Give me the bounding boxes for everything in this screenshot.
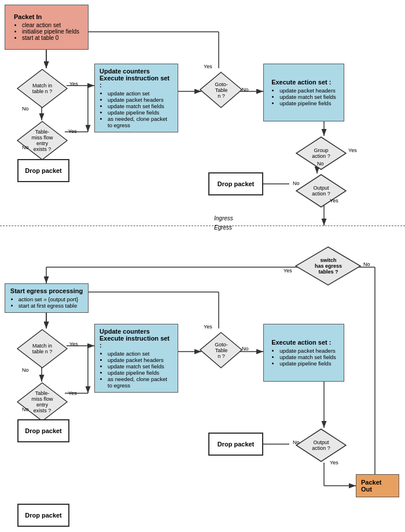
group-action-label-1: Groupaction ? xyxy=(295,136,347,171)
ingress-label: Ingress xyxy=(214,215,233,221)
packet-in-items: clear action set initialise pipeline fie… xyxy=(14,22,79,41)
drop-packet-label-4: Drop packet xyxy=(218,441,255,448)
drop-packet-box-1: Drop packet xyxy=(17,159,69,182)
output-action-diamond-1: Outputaction ? xyxy=(295,173,347,208)
match-table-label-2: Match intable n ? xyxy=(16,328,68,369)
match-table-label-1: Match intable n ? xyxy=(16,68,68,109)
match-yes-label-1: Yes xyxy=(69,81,78,87)
drop-packet-label-1: Drop packet xyxy=(25,167,62,174)
packet-in-item-3: start at table 0 xyxy=(22,35,79,41)
goto-yes-label-1: Yes xyxy=(204,64,212,69)
start-egress-items: action set = {output port} start at firs… xyxy=(10,296,83,309)
switch-yes-label: Yes xyxy=(284,268,292,274)
goto-table-label-1: Goto-Tablen ? xyxy=(200,71,243,109)
update-counters-box-2: Update countersExecute instruction set :… xyxy=(94,324,178,393)
table-miss-label-2: Table-miss flowentryexists ? xyxy=(16,382,68,422)
packet-out-box: Packet Out xyxy=(356,474,399,497)
update-counters-items-2: update action set update packet headers … xyxy=(100,350,173,389)
update-counters-items-1: update action set update packet headers … xyxy=(100,90,173,128)
start-egress-title: Start egress processing xyxy=(10,287,83,294)
drop-packet-box-2: Drop packet xyxy=(208,172,263,195)
drop-packet-label-3: Drop packet xyxy=(25,427,62,434)
table-miss-diamond-2: Table-miss flowentryexists ? xyxy=(16,382,68,422)
match-yes-label-2: Yes xyxy=(69,341,78,347)
group-yes-label-1: Yes xyxy=(348,147,357,153)
packet-in-box: Packet In clear action set initialise pi… xyxy=(5,5,89,50)
update-counters-box-1: Update countersExecute instruction set :… xyxy=(94,64,178,132)
packet-in-item-1: clear action set xyxy=(22,22,79,28)
drop-packet-box-4: Drop packet xyxy=(208,433,263,456)
flowchart-diagram: Packet In clear action set initialise pi… xyxy=(0,0,405,532)
switch-no-label: No xyxy=(363,261,370,267)
match-table-diamond-1: Match intable n ? xyxy=(16,68,68,109)
execute-action-items-1: update packet headers update match set f… xyxy=(271,87,336,106)
drop-packet-box-5: Drop packet xyxy=(17,504,69,527)
ingress-egress-divider xyxy=(0,226,405,226)
drop-packet-box-3: Drop packet xyxy=(17,419,69,442)
execute-action-items-2: update packet headers update match set f… xyxy=(271,348,336,367)
goto-table-label-2: Goto-Tablen ? xyxy=(200,331,243,369)
packet-in-item-2: initialise pipeline fields xyxy=(22,28,79,35)
switch-egress-diamond: switchhas egresstables ? xyxy=(295,246,362,286)
output-action-diamond-2: Outputaction ? xyxy=(295,428,347,463)
output-action-label-1: Outputaction ? xyxy=(295,173,347,208)
table-miss-diamond-1: Table-miss flowentryexists ? xyxy=(16,120,68,161)
output-action-label-2: Outputaction ? xyxy=(295,428,347,463)
goto-yes-label-2: Yes xyxy=(204,324,212,330)
packet-out-label: Packet Out xyxy=(361,479,394,493)
switch-egress-label: switchhas egresstables ? xyxy=(295,246,362,286)
execute-action-title-1: Execute action set : xyxy=(271,79,336,86)
egress-label: Egress xyxy=(214,224,232,231)
execute-action-box-2: Execute action set : update packet heade… xyxy=(263,324,344,382)
start-egress-box: Start egress processing action set = {ou… xyxy=(5,283,89,313)
group-action-diamond-1: Groupaction ? xyxy=(295,136,347,171)
drop-packet-label-2: Drop packet xyxy=(218,180,255,187)
update-counters-title-2: Update countersExecute instruction set : xyxy=(100,328,173,349)
table-miss-yes-label-1: Yes xyxy=(68,128,77,134)
table-miss-yes-label-2: Yes xyxy=(68,390,77,396)
update-counters-title-1: Update countersExecute instruction set : xyxy=(100,68,173,88)
drop-packet-label-5: Drop packet xyxy=(25,512,62,519)
execute-action-title-2: Execute action set : xyxy=(271,339,336,346)
goto-table-diamond-1: Goto-Tablen ? xyxy=(200,71,243,109)
match-table-diamond-2: Match intable n ? xyxy=(16,328,68,369)
table-miss-label-1: Table-miss flowentryexists ? xyxy=(16,120,68,161)
execute-action-box-1: Execute action set : update packet heade… xyxy=(263,64,344,121)
packet-in-title: Packet In xyxy=(14,13,79,20)
goto-table-diamond-2: Goto-Tablen ? xyxy=(200,331,243,369)
